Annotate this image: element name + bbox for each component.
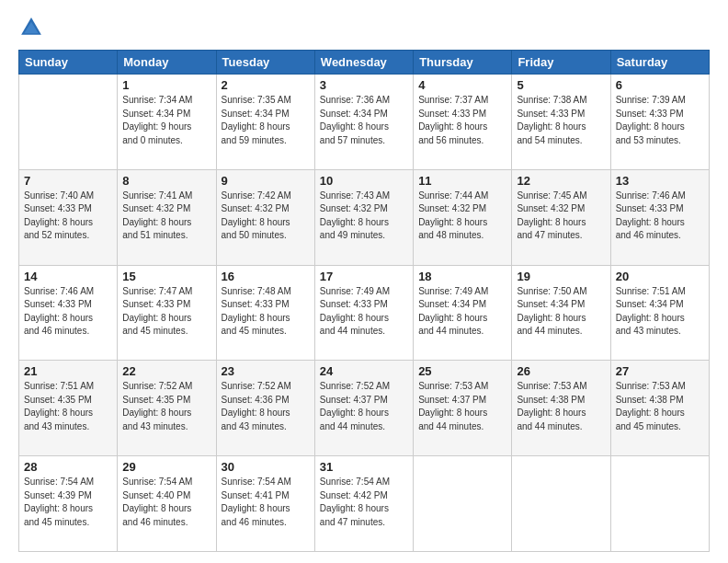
- calendar-cell: 10 Sunrise: 7:43 AMSunset: 4:32 PMDaylig…: [314, 169, 413, 265]
- day-number: 21: [24, 364, 112, 378]
- calendar-cell: [414, 456, 512, 552]
- day-number: 22: [122, 364, 210, 378]
- calendar-cell: 24 Sunrise: 7:52 AMSunset: 4:37 PMDaylig…: [314, 361, 413, 456]
- day-info: Sunrise: 7:43 AMSunset: 4:32 PMDaylight:…: [320, 190, 390, 241]
- day-info: Sunrise: 7:47 AMSunset: 4:33 PMDaylight:…: [122, 286, 192, 337]
- day-number: 10: [320, 174, 408, 188]
- logo-icon: [18, 15, 44, 40]
- calendar-cell: 13 Sunrise: 7:46 AMSunset: 4:33 PMDaylig…: [610, 169, 709, 265]
- day-info: Sunrise: 7:52 AMSunset: 4:37 PMDaylight:…: [320, 381, 390, 431]
- calendar-cell: 4 Sunrise: 7:37 AMSunset: 4:33 PMDayligh…: [414, 75, 512, 170]
- day-info: Sunrise: 7:34 AMSunset: 4:34 PMDaylight:…: [122, 95, 192, 145]
- day-number: 15: [122, 270, 210, 283]
- day-info: Sunrise: 7:46 AMSunset: 4:33 PMDaylight:…: [24, 286, 94, 337]
- calendar-cell: [19, 75, 118, 170]
- calendar-cell: 25 Sunrise: 7:53 AMSunset: 4:37 PMDaylig…: [414, 361, 512, 456]
- calendar-cell: 18 Sunrise: 7:49 AMSunset: 4:34 PMDaylig…: [414, 265, 512, 361]
- calendar-cell: 17 Sunrise: 7:49 AMSunset: 4:33 PMDaylig…: [314, 265, 413, 361]
- calendar-header-row: SundayMondayTuesdayWednesdayThursdayFrid…: [19, 51, 710, 75]
- calendar-cell: 9 Sunrise: 7:42 AMSunset: 4:32 PMDayligh…: [216, 169, 314, 265]
- calendar-cell: 20 Sunrise: 7:51 AMSunset: 4:34 PMDaylig…: [610, 265, 709, 361]
- day-info: Sunrise: 7:54 AMSunset: 4:41 PMDaylight:…: [222, 477, 291, 527]
- day-number: 8: [122, 174, 210, 188]
- weekday-header-friday: Friday: [512, 51, 610, 75]
- day-info: Sunrise: 7:52 AMSunset: 4:36 PMDaylight:…: [222, 381, 291, 431]
- calendar-week-5: 28 Sunrise: 7:54 AMSunset: 4:39 PMDaylig…: [19, 456, 710, 552]
- calendar-cell: 15 Sunrise: 7:47 AMSunset: 4:33 PMDaylig…: [118, 265, 216, 361]
- day-number: 2: [222, 78, 310, 92]
- day-info: Sunrise: 7:48 AMSunset: 4:33 PMDaylight:…: [222, 286, 291, 337]
- day-info: Sunrise: 7:53 AMSunset: 4:38 PMDaylight:…: [616, 381, 686, 431]
- calendar-cell: 22 Sunrise: 7:52 AMSunset: 4:35 PMDaylig…: [118, 361, 216, 456]
- day-number: 9: [222, 174, 310, 188]
- logo: [18, 15, 48, 40]
- day-number: 24: [320, 364, 408, 378]
- calendar-cell: 6 Sunrise: 7:39 AMSunset: 4:33 PMDayligh…: [610, 75, 709, 170]
- weekday-header-sunday: Sunday: [19, 51, 118, 75]
- day-info: Sunrise: 7:35 AMSunset: 4:34 PMDaylight:…: [222, 95, 291, 145]
- calendar-cell: 8 Sunrise: 7:41 AMSunset: 4:32 PMDayligh…: [118, 169, 216, 265]
- day-info: Sunrise: 7:40 AMSunset: 4:33 PMDaylight:…: [24, 190, 94, 241]
- calendar-cell: [512, 456, 610, 552]
- day-number: 12: [517, 174, 605, 188]
- calendar-cell: 29 Sunrise: 7:54 AMSunset: 4:40 PMDaylig…: [118, 456, 216, 552]
- calendar-table: SundayMondayTuesdayWednesdayThursdayFrid…: [18, 50, 710, 552]
- header: [18, 15, 710, 40]
- calendar-cell: 7 Sunrise: 7:40 AMSunset: 4:33 PMDayligh…: [19, 169, 118, 265]
- calendar-cell: 1 Sunrise: 7:34 AMSunset: 4:34 PMDayligh…: [118, 75, 216, 170]
- day-info: Sunrise: 7:46 AMSunset: 4:33 PMDaylight:…: [616, 190, 686, 241]
- day-info: Sunrise: 7:52 AMSunset: 4:35 PMDaylight:…: [122, 381, 192, 431]
- calendar-cell: 21 Sunrise: 7:51 AMSunset: 4:35 PMDaylig…: [19, 361, 118, 456]
- day-number: 4: [418, 78, 506, 92]
- day-info: Sunrise: 7:39 AMSunset: 4:33 PMDaylight:…: [616, 95, 686, 145]
- calendar-week-4: 21 Sunrise: 7:51 AMSunset: 4:35 PMDaylig…: [19, 361, 710, 456]
- calendar-cell: 27 Sunrise: 7:53 AMSunset: 4:38 PMDaylig…: [610, 361, 709, 456]
- day-number: 16: [222, 270, 310, 283]
- day-number: 7: [24, 174, 112, 188]
- weekday-header-wednesday: Wednesday: [314, 51, 413, 75]
- day-number: 6: [616, 78, 704, 92]
- calendar-cell: 28 Sunrise: 7:54 AMSunset: 4:39 PMDaylig…: [19, 456, 118, 552]
- day-info: Sunrise: 7:54 AMSunset: 4:42 PMDaylight:…: [320, 477, 390, 527]
- calendar-cell: 31 Sunrise: 7:54 AMSunset: 4:42 PMDaylig…: [314, 456, 413, 552]
- day-number: 26: [517, 364, 605, 378]
- day-info: Sunrise: 7:38 AMSunset: 4:33 PMDaylight:…: [517, 95, 586, 145]
- day-number: 28: [24, 460, 112, 474]
- day-number: 14: [24, 270, 112, 283]
- calendar-cell: 3 Sunrise: 7:36 AMSunset: 4:34 PMDayligh…: [314, 75, 413, 170]
- weekday-header-thursday: Thursday: [414, 51, 512, 75]
- day-number: 29: [122, 460, 210, 474]
- day-number: 20: [616, 270, 704, 283]
- calendar-cell: 16 Sunrise: 7:48 AMSunset: 4:33 PMDaylig…: [216, 265, 314, 361]
- day-info: Sunrise: 7:37 AMSunset: 4:33 PMDaylight:…: [418, 95, 488, 145]
- day-info: Sunrise: 7:54 AMSunset: 4:40 PMDaylight:…: [122, 477, 192, 527]
- calendar-cell: 30 Sunrise: 7:54 AMSunset: 4:41 PMDaylig…: [216, 456, 314, 552]
- calendar-cell: 23 Sunrise: 7:52 AMSunset: 4:36 PMDaylig…: [216, 361, 314, 456]
- calendar-week-2: 7 Sunrise: 7:40 AMSunset: 4:33 PMDayligh…: [19, 169, 710, 265]
- day-number: 30: [222, 460, 310, 474]
- day-number: 25: [418, 364, 506, 378]
- calendar-cell: 5 Sunrise: 7:38 AMSunset: 4:33 PMDayligh…: [512, 75, 610, 170]
- calendar-cell: 19 Sunrise: 7:50 AMSunset: 4:34 PMDaylig…: [512, 265, 610, 361]
- day-info: Sunrise: 7:45 AMSunset: 4:32 PMDaylight:…: [517, 190, 586, 241]
- weekday-header-monday: Monday: [118, 51, 216, 75]
- day-info: Sunrise: 7:51 AMSunset: 4:34 PMDaylight:…: [616, 286, 686, 337]
- day-number: 27: [616, 364, 704, 378]
- day-info: Sunrise: 7:41 AMSunset: 4:32 PMDaylight:…: [122, 190, 192, 241]
- day-number: 23: [222, 364, 310, 378]
- day-info: Sunrise: 7:44 AMSunset: 4:32 PMDaylight:…: [418, 190, 488, 241]
- day-number: 19: [517, 270, 605, 283]
- day-number: 17: [320, 270, 408, 283]
- day-number: 1: [122, 78, 210, 92]
- calendar-week-1: 1 Sunrise: 7:34 AMSunset: 4:34 PMDayligh…: [19, 75, 710, 170]
- weekday-header-saturday: Saturday: [610, 51, 709, 75]
- day-info: Sunrise: 7:51 AMSunset: 4:35 PMDaylight:…: [24, 381, 94, 431]
- day-info: Sunrise: 7:49 AMSunset: 4:33 PMDaylight:…: [320, 286, 390, 337]
- calendar-cell: 26 Sunrise: 7:53 AMSunset: 4:38 PMDaylig…: [512, 361, 610, 456]
- day-info: Sunrise: 7:42 AMSunset: 4:32 PMDaylight:…: [222, 190, 291, 241]
- day-number: 18: [418, 270, 506, 283]
- day-number: 31: [320, 460, 408, 474]
- calendar-cell: 11 Sunrise: 7:44 AMSunset: 4:32 PMDaylig…: [414, 169, 512, 265]
- day-info: Sunrise: 7:53 AMSunset: 4:37 PMDaylight:…: [418, 381, 488, 431]
- calendar-cell: 14 Sunrise: 7:46 AMSunset: 4:33 PMDaylig…: [19, 265, 118, 361]
